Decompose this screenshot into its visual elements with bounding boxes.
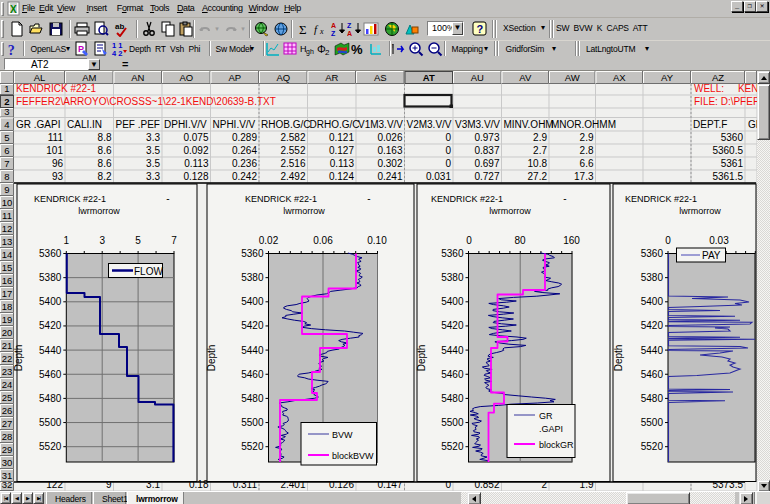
svg-text:15: 15 — [2, 262, 13, 273]
svg-text:5480: 5480 — [641, 393, 664, 404]
svg-text:5380: 5380 — [39, 272, 62, 283]
svg-text:96: 96 — [52, 158, 64, 169]
svg-text:5361: 5361 — [721, 158, 744, 169]
svg-text:5460: 5460 — [39, 369, 62, 380]
svg-text:0: 0 — [445, 158, 451, 169]
svg-text:5480: 5480 — [441, 393, 464, 404]
svg-text:AM: AM — [82, 72, 96, 83]
svg-text:AW: AW — [565, 72, 580, 83]
svg-text:5440: 5440 — [241, 345, 264, 356]
svg-text:5500: 5500 — [241, 417, 264, 428]
svg-text:V1M3.V/V: V1M3.V/V — [358, 119, 403, 130]
svg-text:0: 0 — [665, 235, 671, 246]
svg-text:6: 6 — [4, 145, 9, 156]
svg-text:0.075: 0.075 — [183, 132, 208, 143]
svg-text:20: 20 — [2, 327, 13, 338]
svg-text:AV: AV — [519, 72, 532, 83]
svg-text:AZ: AZ — [712, 72, 724, 83]
svg-text:0.121: 0.121 — [329, 132, 354, 143]
svg-text:X: X — [10, 4, 17, 15]
svg-text:8.8: 8.8 — [98, 132, 112, 143]
svg-text:22: 22 — [2, 353, 13, 364]
svg-text:5400: 5400 — [441, 296, 464, 307]
svg-text:5420: 5420 — [241, 320, 264, 331]
svg-text:5440: 5440 — [441, 345, 464, 356]
svg-text:blockGR: blockGR — [539, 440, 574, 450]
svg-text:17: 17 — [2, 288, 13, 299]
svg-text:-: - — [563, 193, 566, 204]
svg-text:2.552: 2.552 — [280, 145, 305, 156]
svg-text:KENDRICK #22-1: KENDRICK #22-1 — [34, 194, 106, 204]
svg-text:5520: 5520 — [39, 441, 62, 452]
svg-text:5380: 5380 — [641, 272, 664, 283]
svg-text:0.289: 0.289 — [232, 132, 257, 143]
svg-text:16: 16 — [2, 275, 13, 286]
svg-text:3.5: 3.5 — [146, 145, 160, 156]
svg-text:AR: AR — [325, 72, 338, 83]
svg-text:5400: 5400 — [39, 296, 62, 307]
svg-text:2.492: 2.492 — [280, 171, 305, 182]
svg-text:4 2: 4 2 — [112, 49, 122, 57]
svg-text:0.973: 0.973 — [474, 132, 499, 143]
svg-text:32: 32 — [2, 479, 13, 490]
svg-text:5400: 5400 — [241, 296, 264, 307]
svg-text:GR: GR — [539, 411, 553, 421]
svg-text:4: 4 — [4, 119, 9, 130]
svg-text:PAY: PAY — [702, 250, 721, 261]
svg-text:0: 0 — [445, 132, 451, 143]
svg-text:0.302: 0.302 — [377, 158, 402, 169]
svg-text:?: ? — [476, 23, 483, 35]
svg-text:17.3: 17.3 — [574, 171, 594, 182]
svg-text:0.031: 0.031 — [426, 171, 451, 182]
svg-text:8.2: 8.2 — [98, 171, 112, 182]
svg-text:Depth: Depth — [416, 345, 427, 372]
svg-text:GR .GAPI: GR .GAPI — [16, 119, 60, 130]
svg-text:21: 21 — [2, 340, 13, 351]
svg-text:5: 5 — [135, 235, 141, 246]
svg-text:5500: 5500 — [641, 417, 664, 428]
svg-text:5360: 5360 — [241, 248, 264, 259]
svg-text:0.127: 0.127 — [329, 145, 354, 156]
svg-text:5480: 5480 — [241, 393, 264, 404]
svg-text:2.516: 2.516 — [280, 158, 305, 169]
svg-text:7: 7 — [171, 235, 177, 246]
svg-text:MNOR.OHMM: MNOR.OHMM — [551, 119, 616, 130]
svg-text:5360.5: 5360.5 — [712, 145, 743, 156]
svg-text:Depth: Depth — [206, 345, 217, 372]
svg-text:5361.5: 5361.5 — [712, 171, 743, 182]
svg-text:5520: 5520 — [441, 441, 464, 452]
svg-text:GR: GR — [748, 119, 757, 130]
svg-text:3: 3 — [4, 106, 9, 117]
svg-text:29: 29 — [2, 444, 13, 455]
svg-text:2.582: 2.582 — [280, 132, 305, 143]
svg-text:AS: AS — [374, 72, 387, 83]
svg-text:24: 24 — [2, 379, 13, 390]
svg-text:AY: AY — [661, 72, 674, 83]
svg-text:V2M3.V/V: V2M3.V/V — [407, 119, 452, 130]
svg-text:5360: 5360 — [721, 132, 744, 143]
svg-text:10: 10 — [2, 197, 13, 208]
svg-text:.GAPI: .GAPI — [539, 424, 563, 434]
svg-text:26: 26 — [2, 405, 13, 416]
svg-text:5520: 5520 — [241, 441, 264, 452]
svg-text:KENDRICK #22-1: KENDRICK #22-1 — [245, 194, 317, 204]
svg-text:27.2: 27.2 — [528, 171, 548, 182]
svg-text:0.026: 0.026 — [377, 132, 402, 143]
svg-text:V3M3.V/V: V3M3.V/V — [455, 119, 500, 130]
svg-text:8.6: 8.6 — [98, 158, 112, 169]
svg-text:0.163: 0.163 — [377, 145, 402, 156]
svg-text:14: 14 — [2, 249, 13, 260]
svg-text:AO: AO — [179, 72, 193, 83]
svg-text:CALI.IN: CALI.IN — [67, 119, 102, 130]
svg-text:0.02: 0.02 — [259, 235, 279, 246]
svg-text:f: f — [314, 23, 319, 35]
svg-text:9: 9 — [4, 184, 9, 195]
svg-text:BVW: BVW — [332, 430, 353, 440]
svg-text:A: A — [331, 22, 336, 29]
svg-text:5420: 5420 — [39, 320, 62, 331]
svg-text:5460: 5460 — [241, 369, 264, 380]
svg-text:0.03: 0.03 — [709, 235, 729, 246]
svg-text:Depth: Depth — [13, 345, 24, 372]
svg-text:25: 25 — [2, 392, 13, 403]
svg-text:DPHI.V/V: DPHI.V/V — [164, 119, 207, 130]
